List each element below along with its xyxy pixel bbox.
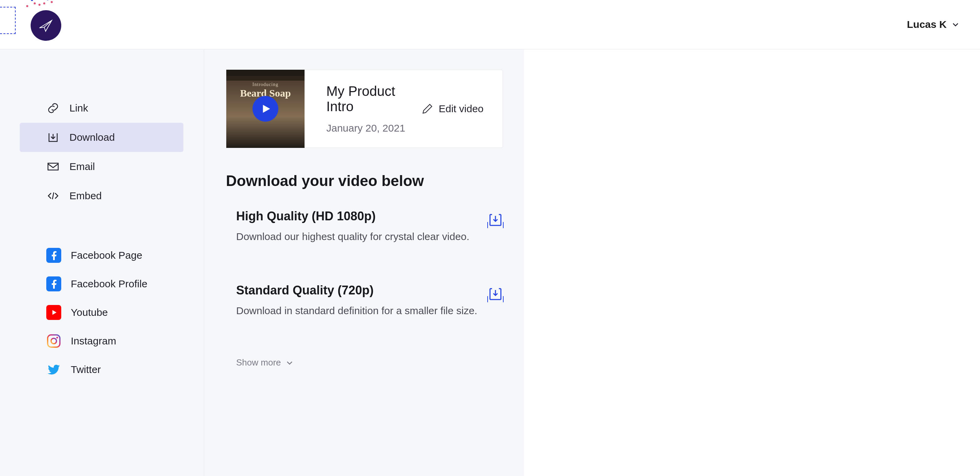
sidebar-item-facebook-page[interactable]: Facebook Page	[20, 241, 183, 270]
sidebar-primary-group: Link Download Email Embed	[0, 94, 204, 211]
download-option-description: Download our highest quality for crystal…	[236, 231, 488, 243]
svg-point-6	[38, 4, 40, 6]
pencil-icon	[422, 103, 433, 114]
embed-icon	[46, 189, 60, 203]
edit-video-button[interactable]: Edit video	[422, 103, 503, 114]
svg-point-1	[31, 0, 33, 1]
sidebar-social-group: Facebook Page Facebook Profile Youtube	[0, 241, 204, 384]
right-blank-panel	[524, 49, 980, 476]
svg-point-5	[43, 2, 45, 5]
chevron-down-icon	[951, 21, 959, 29]
paper-plane-icon	[38, 18, 54, 33]
sidebar-item-instagram[interactable]: Instagram	[20, 327, 183, 355]
link-icon	[46, 101, 60, 115]
play-icon	[261, 104, 271, 114]
instagram-icon	[46, 333, 61, 349]
sidebar-item-email[interactable]: Email	[20, 152, 183, 181]
video-title: My Product Intro	[326, 84, 422, 114]
svg-point-8	[51, 1, 53, 3]
svg-point-0	[26, 5, 28, 7]
sidebar: Link Download Email Embed	[0, 49, 204, 476]
header-left	[0, 0, 102, 49]
sidebar-item-label: Twitter	[71, 364, 101, 375]
svg-marker-12	[52, 310, 56, 315]
download-option-sd: Standard Quality (720p) Download in stan…	[226, 283, 503, 357]
svg-rect-13	[48, 335, 60, 347]
download-option-hd: High Quality (HD 1080p) Download our hig…	[226, 209, 503, 283]
svg-marker-16	[263, 105, 270, 113]
youtube-icon	[46, 305, 61, 320]
main-content: Introducing Beard Soap My Product Intro …	[204, 49, 524, 476]
sidebar-item-label: Facebook Page	[71, 249, 142, 261]
download-bracket-icon	[488, 287, 503, 301]
video-card: Introducing Beard Soap My Product Intro …	[226, 70, 503, 148]
video-date: January 20, 2021	[326, 122, 422, 134]
download-section-heading: Download your video below	[226, 172, 503, 189]
download-option-title: Standard Quality (720p)	[236, 283, 488, 297]
twitter-icon	[46, 362, 61, 377]
sidebar-item-link[interactable]: Link	[20, 94, 183, 123]
play-button[interactable]	[253, 96, 278, 122]
download-hd-button[interactable]	[488, 213, 503, 227]
user-name: Lucas K	[907, 19, 947, 30]
decorative-dashed-box	[0, 7, 16, 34]
svg-line-9	[44, 21, 52, 27]
sidebar-item-label: Instagram	[71, 335, 116, 347]
download-bracket-icon	[488, 213, 503, 227]
user-menu[interactable]: Lucas K	[907, 19, 959, 30]
email-icon	[46, 160, 60, 173]
sidebar-item-facebook-profile[interactable]: Facebook Profile	[20, 270, 183, 298]
app-header: Lucas K	[0, 0, 980, 49]
thumbnail-small-text: Introducing	[226, 82, 305, 87]
sidebar-item-label: Email	[69, 161, 95, 172]
edit-video-label: Edit video	[439, 103, 484, 114]
video-thumbnail[interactable]: Introducing Beard Soap	[226, 70, 305, 148]
download-option-title: High Quality (HD 1080p)	[236, 209, 488, 224]
sidebar-item-download[interactable]: Download	[20, 123, 183, 152]
sidebar-item-embed[interactable]: Embed	[20, 181, 183, 211]
show-more-button[interactable]: Show more	[226, 357, 503, 368]
sidebar-item-label: Link	[69, 102, 88, 114]
svg-point-4	[47, 0, 49, 0]
facebook-icon	[46, 276, 61, 291]
video-meta: My Product Intro January 20, 2021	[305, 84, 422, 134]
sidebar-item-label: Download	[69, 132, 115, 143]
facebook-icon	[46, 248, 61, 263]
sidebar-item-youtube[interactable]: Youtube	[20, 298, 183, 327]
sidebar-item-label: Facebook Profile	[71, 278, 147, 290]
svg-point-15	[56, 337, 58, 339]
svg-line-11	[52, 192, 54, 199]
sidebar-item-label: Embed	[69, 190, 102, 202]
svg-rect-10	[48, 163, 58, 170]
download-option-description: Download in standard definition for a sm…	[236, 305, 488, 317]
chevron-down-icon	[286, 359, 293, 367]
download-icon	[46, 130, 60, 144]
app-logo[interactable]	[30, 10, 61, 41]
sidebar-item-twitter[interactable]: Twitter	[20, 355, 183, 384]
show-more-label: Show more	[236, 357, 281, 368]
sidebar-item-label: Youtube	[71, 307, 108, 318]
svg-point-7	[34, 2, 36, 5]
svg-point-14	[51, 338, 56, 344]
download-sd-button[interactable]	[488, 287, 503, 301]
